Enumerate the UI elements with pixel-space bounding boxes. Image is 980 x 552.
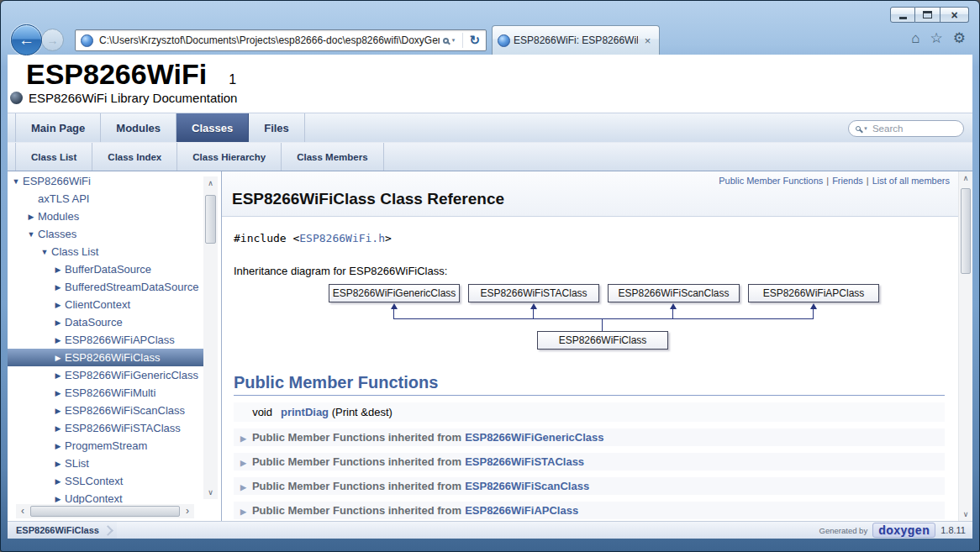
tab-class-index[interactable]: Class Index [92,143,177,171]
diagram-node-scanclass[interactable]: ESP8266WiFiScanClass [608,284,740,302]
tree-item-datasource[interactable]: ▶DataSource [8,313,203,331]
summary-separator: | [826,176,829,186]
summary-link-friends[interactable]: Friends [832,176,863,186]
scrollbar-thumb[interactable] [30,506,180,517]
sidebar-h-scrollbar[interactable]: ‹ › [16,504,194,518]
favorites-button[interactable]: ☆ [930,31,943,45]
tree-item-axtls-api[interactable]: axTLS API [8,190,203,208]
inherited-class-link-apclass[interactable]: ESP8266WiFiAPClass [465,504,578,517]
address-bar[interactable]: C:\Users\Krzysztof\Documents\Projects\es… [75,29,487,51]
tree-item-sslcontext[interactable]: ▶SSLContext [8,472,203,490]
tab-close-button[interactable]: × [641,34,654,47]
refresh-button[interactable]: ↻ [466,33,482,48]
scroll-right-icon[interactable]: › [181,504,194,518]
summary-link-public-member-functions[interactable]: Public Member Functions [719,176,823,186]
tree-item-clientcontext[interactable]: ▶ClientContext [8,296,203,313]
expand-icon[interactable]: ▶ [51,495,65,503]
expand-icon[interactable]: ▶ [51,371,65,380]
breadcrumb-item[interactable]: ESP8266WiFiClass [8,522,117,539]
expand-icon[interactable]: ▼ [24,230,38,239]
expand-icon[interactable]: ▶ [51,477,65,486]
maximize-button[interactable] [915,7,940,23]
expand-icon[interactable]: ▶ [51,265,65,274]
forward-button[interactable]: → [41,29,64,51]
tree-item-classes[interactable]: ▼Classes [8,225,203,243]
page-favicon-icon [81,34,93,47]
summary-link-all-members[interactable]: List of all members [872,176,950,186]
tree-item-bufferedstreamdatasource[interactable]: ▶BufferedStreamDataSource [8,278,203,296]
tab-files[interactable]: Files [249,113,305,142]
expand-icon[interactable]: ▼ [9,177,23,186]
inherited-section-apclass[interactable]: ▶Public Member Functions inherited fromE… [234,502,945,519]
scroll-down-icon[interactable]: ∨ [203,486,218,499]
browser-window: × ← → C:\Users\Krzysztof\Documents\Proje… [0,0,980,552]
member-printdiag-link[interactable]: printDiag [281,406,329,418]
doxygen-logo[interactable]: doxygen [872,523,935,538]
diagram-node-genericclass[interactable]: ESP8266WiFiGenericClass [329,284,460,302]
tree-item-class-list[interactable]: ▼Class List [8,243,203,260]
search-box[interactable]: ▼ [848,120,964,137]
expand-icon[interactable]: ▶ [51,424,65,433]
inherited-section-genericclass[interactable]: ▶Public Member Functions inherited fromE… [234,428,945,446]
tree-item-esp8266wifiscanclass[interactable]: ▶ESP8266WiFiScanClass [8,402,203,419]
project-name: ESP8266WiFi [8,58,207,90]
scroll-down-icon[interactable]: ∨ [959,507,972,521]
inherited-section-scanclass[interactable]: ▶Public Member Functions inherited fromE… [234,477,945,495]
tree-item-esp8266wifiapclass[interactable]: ▶ESP8266WiFiAPClass [8,331,203,349]
url-text[interactable]: C:\Users\Krzysztof\Documents\Projects\es… [99,34,440,46]
expand-icon[interactable]: ▶ [51,301,65,309]
expand-icon[interactable]: ▶ [51,336,65,344]
scroll-left-icon[interactable]: ‹ [16,504,29,518]
content-scrollbar[interactable]: ∧ ∨ [958,171,972,521]
tab-classes[interactable]: Classes [177,113,249,142]
diagram-node-esp8266wificlass[interactable]: ESP8266WiFiClass [537,331,668,350]
scrollbar-thumb[interactable] [205,195,216,244]
tab-main-page[interactable]: Main Page [15,113,101,142]
tree-item-label: ProgmemStream [65,439,147,452]
scroll-up-icon[interactable]: ∧ [959,171,972,185]
tree-item-esp8266wifistaclass[interactable]: ▶ESP8266WiFiSTAClass [8,419,203,437]
search-input[interactable] [871,123,948,134]
diagram-node-staclass[interactable]: ESP8266WiFiSTAClass [468,284,599,302]
tree-item-esp8266wifi[interactable]: ▼ESP8266WiFi [8,172,203,190]
minimize-button[interactable] [890,7,915,23]
expand-icon[interactable]: ▶ [51,407,65,415]
scrollbar-thumb[interactable] [961,188,971,274]
expand-icon[interactable]: ▶ [51,442,65,450]
tree-item-modules[interactable]: ▶Modules [8,208,203,225]
expand-icon[interactable]: ▶ [51,283,65,292]
back-button[interactable]: ← [11,24,42,55]
inherited-class-link-scanclass[interactable]: ESP8266WiFiScanClass [465,480,589,492]
expand-icon[interactable]: ▶ [24,213,38,221]
address-search-button[interactable]: ▼ [440,38,459,44]
tree-item-bufferdatasource[interactable]: ▶BufferDataSource [8,260,203,278]
expand-icon[interactable]: ▶ [51,354,65,362]
tools-button[interactable]: ⚙ [953,31,966,45]
expand-icon[interactable]: ▶ [51,318,65,327]
tab-modules[interactable]: Modules [101,113,177,142]
tab-class-hierarchy[interactable]: Class Hierarchy [177,143,282,171]
browser-tab[interactable]: ESP8266WiFi: ESP8266WiFi... × [492,25,660,55]
diagram-node-apclass[interactable]: ESP8266WiFiAPClass [748,284,879,302]
tree-item-slist[interactable]: ▶SList [8,455,203,472]
expand-icon[interactable]: ▼ [38,248,51,256]
tree-item-esp8266wifigenericclass[interactable]: ▶ESP8266WiFiGenericClass [8,366,203,384]
tab-class-members[interactable]: Class Members [282,143,383,171]
project-brief: ESP8266WiFi Library Documentation [29,91,237,105]
inherited-class-link-staclass[interactable]: ESP8266WiFiSTAClass [465,455,584,468]
sidebar-scrollbar[interactable]: ∧ ∨ [203,176,218,499]
tree-item-esp8266wifimulti[interactable]: ▶ESP8266WiFiMulti [8,384,203,402]
include-file-link[interactable]: ESP8266WiFi.h [299,232,385,244]
inherited-class-link-genericclass[interactable]: ESP8266WiFiGenericClass [465,431,603,444]
expand-icon[interactable]: ▶ [51,389,65,397]
tab-class-list[interactable]: Class List [15,143,92,171]
magnifier-icon [443,38,449,44]
expand-arrow-icon: ▶ [240,483,246,492]
expand-icon[interactable]: ▶ [51,460,65,468]
home-button[interactable]: ⌂ [911,31,919,45]
inherited-section-staclass[interactable]: ▶Public Member Functions inherited fromE… [234,453,945,471]
close-button[interactable]: × [940,7,969,23]
scroll-up-icon[interactable]: ∧ [203,176,218,190]
tree-item-esp8266wificlass[interactable]: ▶ESP8266WiFiClass [8,349,203,366]
tree-item-progmemstream[interactable]: ▶ProgmemStream [8,437,203,455]
